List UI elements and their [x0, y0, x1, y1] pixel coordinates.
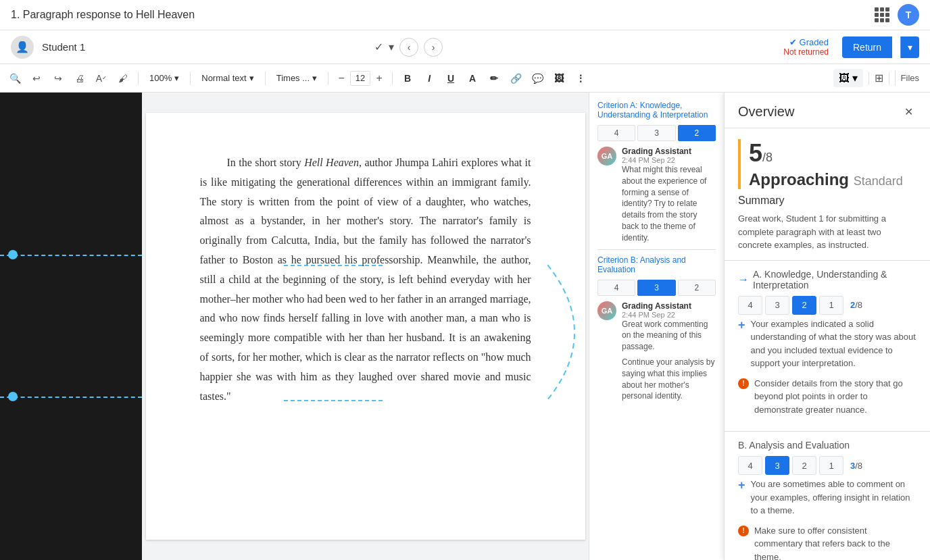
- zoom-select[interactable]: 100% ▾: [144, 70, 185, 86]
- score-btn-b3-active[interactable]: 3: [637, 280, 675, 296]
- search-icon[interactable]: 🔍: [5, 69, 24, 88]
- overview-criterion-a: → A. Knowledge, Understanding & Interpre…: [725, 260, 930, 432]
- annotation-pin-1[interactable]: [8, 250, 18, 259]
- next-student-button[interactable]: ›: [424, 38, 443, 57]
- font-size-decrease-button[interactable]: −: [334, 71, 349, 86]
- ov-score-b: 3/8: [850, 461, 862, 471]
- page-title: 1. Paragraph response to Hell Heaven: [11, 9, 866, 21]
- ov-sc-a1[interactable]: 1: [819, 296, 843, 315]
- feedback-b-positive: + You are sometimes able to comment on y…: [738, 478, 916, 517]
- return-button[interactable]: Return: [842, 36, 892, 58]
- score-numerator: 5: [749, 139, 762, 167]
- student-avatar-icon: 👤: [11, 36, 34, 59]
- files-button[interactable]: Files: [895, 70, 925, 86]
- ov-sc-b1[interactable]: 1: [819, 456, 843, 475]
- ov-sc-a3[interactable]: 3: [765, 296, 789, 315]
- image-caret-icon: ▾: [852, 72, 858, 84]
- ga-avatar-b: GA: [597, 301, 616, 320]
- highlight-button[interactable]: ✏: [485, 69, 504, 88]
- rubric-panel: Criterion A: Knowledge, Understanding & …: [589, 93, 724, 560]
- ov-score-a: 2/8: [850, 300, 862, 310]
- font-family-select[interactable]: Times ... ▾: [271, 70, 322, 86]
- score-btn-b2[interactable]: 2: [678, 280, 716, 296]
- overview-criterion-a-scores: 4 3 2 1 2/8: [738, 296, 916, 315]
- paint-format-icon[interactable]: 🖌: [114, 69, 132, 88]
- annotation-pin-2[interactable]: [8, 392, 18, 401]
- document-paragraph: In the short story Hell Heaven, author J…: [200, 153, 531, 406]
- comment-button[interactable]: 💬: [528, 69, 547, 88]
- score-display: 5/8: [749, 139, 916, 168]
- criterion-a-arrow-icon: →: [738, 274, 749, 286]
- main-area: In the short story Hell Heaven, author J…: [0, 93, 930, 560]
- overview-score-block: 5/8 Approaching Standard: [738, 139, 916, 189]
- text-color-button[interactable]: A: [463, 69, 482, 88]
- standard-label: Standard: [854, 174, 903, 188]
- score-btn-2-active[interactable]: 2: [678, 125, 716, 141]
- overview-summary: Summary Great work, Student 1 for submit…: [725, 195, 930, 260]
- print-icon[interactable]: 🖨: [70, 69, 89, 88]
- more-button[interactable]: ⋮: [571, 69, 590, 88]
- ga-name-a: Grading Assistant: [622, 147, 716, 156]
- doc-annotation-line-2: [284, 400, 383, 401]
- italic-button[interactable]: I: [420, 69, 439, 88]
- link-button[interactable]: 🔗: [506, 69, 525, 88]
- spellcheck-icon[interactable]: A✓: [92, 69, 111, 88]
- top-bar: 1. Paragraph response to Hell Heaven T: [0, 0, 930, 30]
- feedback-b-warning: ! Make sure to offer consistent commenta…: [738, 524, 916, 561]
- grading-assistant-a: GA Grading Assistant 2:44 PM Sep 22 What…: [597, 147, 716, 244]
- undo-icon[interactable]: ↩: [27, 69, 46, 88]
- feedback-b-warn-text: Make sure to offer consistent commentary…: [754, 524, 916, 561]
- ga-comment-b1: Great work commenting on the meaning of …: [622, 319, 716, 353]
- graded-label: ✔ Graded: [789, 37, 829, 47]
- top-bar-icons: T: [875, 4, 919, 26]
- ov-sc-a4[interactable]: 4: [738, 296, 762, 315]
- close-overview-button[interactable]: ✕: [900, 103, 916, 120]
- score-btn-4[interactable]: 4: [597, 125, 635, 141]
- ov-sc-b4[interactable]: 4: [738, 456, 762, 475]
- ov-sc-b2[interactable]: 2: [792, 456, 816, 475]
- underline-button[interactable]: U: [441, 69, 460, 88]
- summary-text: Great work, Student 1 for submitting a c…: [738, 212, 916, 252]
- caret-down-icon[interactable]: ▾: [389, 41, 394, 53]
- toolbar: 🔍 ↩ ↪ 🖨 A✓ 🖌 100% ▾ Normal text ▾ Times …: [0, 64, 930, 93]
- redo-icon[interactable]: ↪: [49, 69, 68, 88]
- score-btn-3[interactable]: 3: [637, 125, 675, 141]
- prev-student-button[interactable]: ‹: [399, 38, 418, 57]
- toolbar-right: 🖼 ▾ ⊞ Files: [833, 69, 925, 87]
- feedback-b-pos-text: You are sometimes able to comment on you…: [751, 478, 916, 517]
- check-icon[interactable]: ✓: [374, 41, 383, 53]
- student-controls: ✓ ▾ ‹ ›: [374, 38, 443, 57]
- font-size-increase-button[interactable]: +: [372, 71, 387, 86]
- criterion-a-title[interactable]: Criterion A: Knowledge, Understanding & …: [597, 101, 716, 120]
- ga-time-a: 2:44 PM Sep 22: [622, 156, 716, 164]
- overview-title: Overview: [738, 104, 794, 120]
- ov-sc-a2[interactable]: 2: [792, 296, 816, 315]
- zoom-caret-icon: ▾: [174, 73, 179, 83]
- image-button[interactable]: 🖼: [549, 69, 568, 88]
- ga-question-a: What might this reveal about the experie…: [622, 164, 716, 244]
- annotation-line-2: [0, 397, 142, 398]
- bold-button[interactable]: B: [398, 69, 417, 88]
- annotation-line-1: [0, 255, 142, 256]
- left-panel: [0, 93, 142, 560]
- ga-time-b: 2:44 PM Sep 22: [622, 311, 716, 319]
- feedback-a-positive: + Your examples indicated a solid unders…: [738, 317, 916, 370]
- user-avatar[interactable]: T: [898, 4, 919, 26]
- plus-icon: +: [738, 318, 745, 332]
- feedback-a-pos-text: Your examples indicated a solid understa…: [751, 317, 916, 370]
- image-toolbar-btn[interactable]: 🖼 ▾: [833, 69, 863, 87]
- score-btn-b4[interactable]: 4: [597, 280, 635, 296]
- apps-icon[interactable]: [875, 7, 889, 22]
- font-size-input[interactable]: [350, 71, 370, 86]
- feedback-a-warning: ! Consider details from the story that g…: [738, 377, 916, 417]
- score-denominator: /8: [762, 151, 773, 164]
- ov-sc-b3[interactable]: 3: [765, 456, 789, 475]
- return-dropdown-button[interactable]: ▾: [900, 36, 919, 58]
- text-style-select[interactable]: Normal text ▾: [196, 70, 259, 86]
- check-circle-icon: ✔: [789, 37, 797, 47]
- document-area: In the short story Hell Heaven, author J…: [142, 93, 589, 560]
- overview-criterion-b-title: B. Analysis and Evaluation: [738, 440, 850, 451]
- document-page: In the short story Hell Heaven, author J…: [146, 113, 585, 540]
- criterion-b-title[interactable]: Criterion B: Analysis and Evaluation: [597, 255, 716, 274]
- expand-icon[interactable]: ⊞: [875, 72, 883, 84]
